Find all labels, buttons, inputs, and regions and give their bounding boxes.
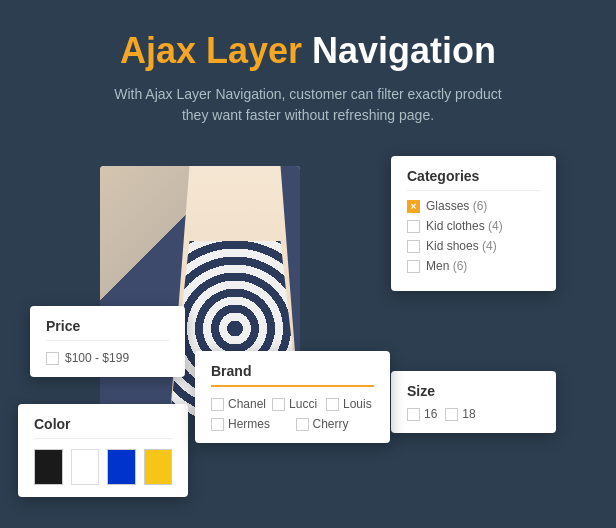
subtitle: With Ajax Layer Navigation, customer can… bbox=[108, 84, 508, 126]
header: Ajax Layer Navigation With Ajax Layer Na… bbox=[0, 0, 616, 136]
page-title: Ajax Layer Navigation bbox=[20, 30, 596, 72]
list-item[interactable]: 18 bbox=[445, 407, 475, 421]
color-swatches bbox=[34, 449, 172, 485]
checkbox-hermes[interactable] bbox=[211, 418, 224, 431]
price-range[interactable]: $100 - $199 bbox=[46, 351, 169, 365]
list-item[interactable]: Men (6) bbox=[407, 259, 540, 273]
swatch-blue[interactable] bbox=[107, 449, 136, 485]
list-item[interactable]: Hermes bbox=[211, 417, 290, 431]
checkbox-size-18[interactable] bbox=[445, 408, 458, 421]
size-label: 16 bbox=[424, 407, 437, 421]
brand-label: Hermes bbox=[228, 417, 270, 431]
size-title: Size bbox=[407, 383, 540, 399]
list-item[interactable]: Louis bbox=[326, 397, 374, 411]
checkbox-price[interactable] bbox=[46, 352, 59, 365]
price-title: Price bbox=[46, 318, 169, 341]
checkbox-cherry[interactable] bbox=[296, 418, 309, 431]
categories-card: Categories Glasses (6) Kid clothes (4) K… bbox=[391, 156, 556, 291]
category-name: Glasses (6) bbox=[426, 199, 487, 213]
swatch-white[interactable] bbox=[71, 449, 100, 485]
demo-area: Categories Glasses (6) Kid clothes (4) K… bbox=[0, 156, 616, 496]
list-item[interactable]: Glasses (6) bbox=[407, 199, 540, 213]
checkbox-lucci[interactable] bbox=[272, 398, 285, 411]
checkbox-louis[interactable] bbox=[326, 398, 339, 411]
title-orange: Ajax Layer bbox=[120, 30, 302, 71]
price-value: $100 - $199 bbox=[65, 351, 129, 365]
brand-card: Brand Chanel Lucci Louis Hermes Cherr bbox=[195, 351, 390, 443]
brand-label: Lucci bbox=[289, 397, 317, 411]
color-title: Color bbox=[34, 416, 172, 439]
brand-label: Chanel bbox=[228, 397, 266, 411]
color-card: Color bbox=[18, 404, 188, 497]
checkbox-kid-shoes[interactable] bbox=[407, 240, 420, 253]
list-item[interactable]: Cherry bbox=[296, 417, 375, 431]
brand-label: Cherry bbox=[313, 417, 349, 431]
swatch-black[interactable] bbox=[34, 449, 63, 485]
brand-row-2: Hermes Cherry bbox=[211, 417, 374, 431]
checkbox-glasses[interactable] bbox=[407, 200, 420, 213]
checkbox-chanel[interactable] bbox=[211, 398, 224, 411]
checkbox-men[interactable] bbox=[407, 260, 420, 273]
brand-label: Louis bbox=[343, 397, 372, 411]
price-card: Price $100 - $199 bbox=[30, 306, 185, 377]
swatch-yellow[interactable] bbox=[144, 449, 173, 485]
brand-row-1: Chanel Lucci Louis bbox=[211, 397, 374, 411]
size-card: Size 16 18 bbox=[391, 371, 556, 433]
category-name: Men (6) bbox=[426, 259, 467, 273]
categories-title: Categories bbox=[407, 168, 540, 191]
checkbox-kid-clothes[interactable] bbox=[407, 220, 420, 233]
brand-title: Brand bbox=[211, 363, 374, 387]
checkbox-size-16[interactable] bbox=[407, 408, 420, 421]
title-white: Navigation bbox=[312, 30, 496, 71]
size-label: 18 bbox=[462, 407, 475, 421]
list-item[interactable]: 16 bbox=[407, 407, 437, 421]
category-name: Kid clothes (4) bbox=[426, 219, 503, 233]
list-item[interactable]: Lucci bbox=[272, 397, 320, 411]
list-item[interactable]: Chanel bbox=[211, 397, 266, 411]
list-item[interactable]: Kid shoes (4) bbox=[407, 239, 540, 253]
list-item[interactable]: Kid clothes (4) bbox=[407, 219, 540, 233]
category-name: Kid shoes (4) bbox=[426, 239, 497, 253]
size-items: 16 18 bbox=[407, 407, 540, 421]
